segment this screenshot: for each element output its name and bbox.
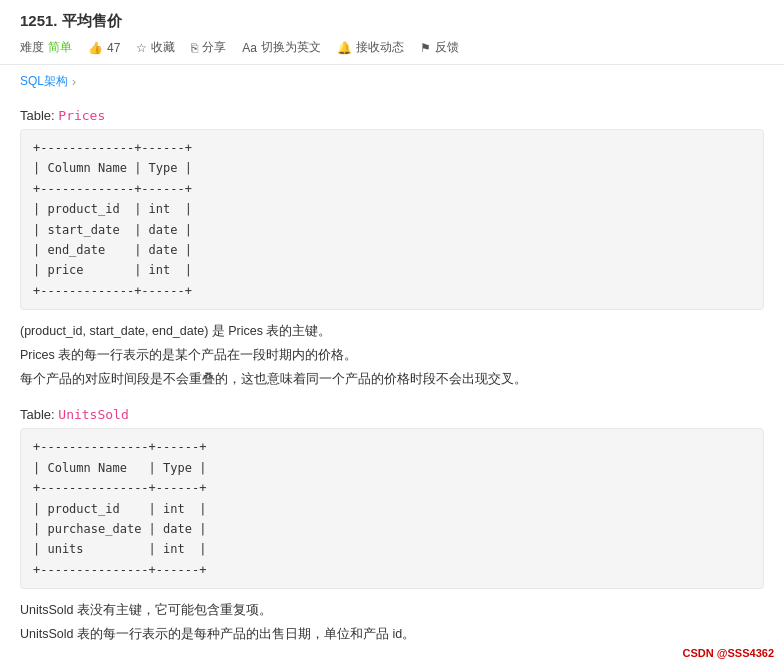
thumb-button[interactable]: 👍 47 <box>88 41 120 55</box>
toolbar: 难度 简单 👍 47 ☆ 收藏 ⎘ 分享 Aa 切换为英文 🔔 接收动态 ⚑ 反… <box>20 39 764 56</box>
table1-label: Table: Prices <box>20 108 764 123</box>
table2-name: UnitsSold <box>58 407 128 422</box>
translate-icon: Aa <box>242 41 257 55</box>
table1-desc1: (product_id, start_date, end_date) 是 Pri… <box>20 320 764 344</box>
flag-icon: ⚑ <box>420 41 431 55</box>
share-button[interactable]: ⎘ 分享 <box>191 39 226 56</box>
table1-name: Prices <box>58 108 105 123</box>
table2-desc1: UnitsSold 表没有主键，它可能包含重复项。 <box>20 599 764 623</box>
translate-button[interactable]: Aa 切换为英文 <box>242 39 321 56</box>
share-icon: ⎘ <box>191 41 198 55</box>
star-button[interactable]: ☆ 收藏 <box>136 39 175 56</box>
star-icon: ☆ <box>136 41 147 55</box>
thumb-icon: 👍 <box>88 41 103 55</box>
main-content: Table: Prices +-------------+------+ | C… <box>0 98 784 669</box>
watermark: CSDN @SSS4362 <box>683 647 774 659</box>
table1-schema: +-------------+------+ | Column Name | T… <box>20 129 764 310</box>
table2-label: Table: UnitsSold <box>20 407 764 422</box>
table2-desc2: UnitsSold 表的每一行表示的是每种产品的出售日期，单位和产品 id。 <box>20 623 764 647</box>
table1-description: (product_id, start_date, end_date) 是 Pri… <box>20 320 764 391</box>
bell-icon: 🔔 <box>337 41 352 55</box>
table1-desc3: 每个产品的对应时间段是不会重叠的，这也意味着同一个产品的价格时段不会出现交叉。 <box>20 368 764 392</box>
table2-description: UnitsSold 表没有主键，它可能包含重复项。 UnitsSold 表的每一… <box>20 599 764 647</box>
breadcrumb-link[interactable]: SQL架构 <box>20 73 68 90</box>
table2-section: Table: UnitsSold +---------------+------… <box>20 407 764 646</box>
table1-section: Table: Prices +-------------+------+ | C… <box>20 108 764 391</box>
flag-button[interactable]: ⚑ 反馈 <box>420 39 459 56</box>
table1-desc2: Prices 表的每一行表示的是某个产品在一段时期内的价格。 <box>20 344 764 368</box>
breadcrumb: SQL架构 › <box>0 65 784 98</box>
bell-button[interactable]: 🔔 接收动态 <box>337 39 404 56</box>
page-header: 1251. 平均售价 难度 简单 👍 47 ☆ 收藏 ⎘ 分享 Aa 切换为英文… <box>0 0 784 65</box>
breadcrumb-arrow: › <box>72 75 76 89</box>
table2-schema: +---------------+------+ | Column Name |… <box>20 428 764 589</box>
difficulty-label: 难度 简单 <box>20 39 72 56</box>
page-title: 1251. 平均售价 <box>20 12 764 31</box>
